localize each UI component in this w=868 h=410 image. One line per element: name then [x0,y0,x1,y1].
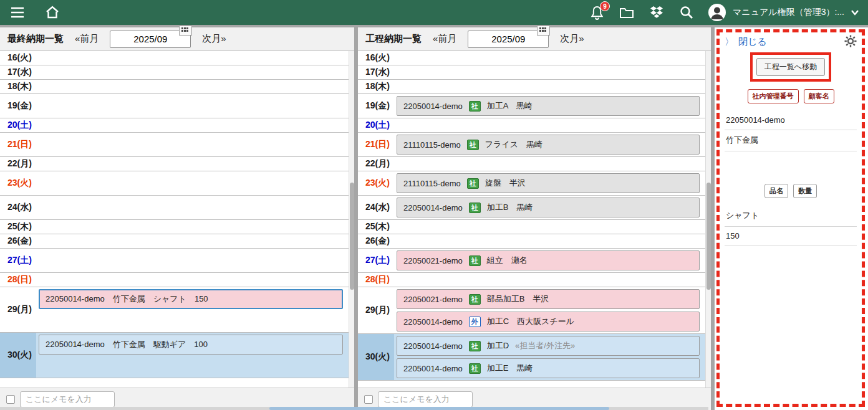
schedule-entry[interactable]: 22050021-demo社部品加工B 半沢 [397,289,700,309]
day-label: 23(火) [358,171,394,195]
notifications-bell-icon[interactable]: 9 [588,4,605,21]
day-label: 30(火) [0,333,36,378]
schedule-entry[interactable]: 22050014-demo 竹下金属 駆動ギア 100 [39,335,343,355]
account-label: マニュアル権限（管理3）:... [733,7,844,18]
entry-text: 加工D [487,340,509,351]
settings-gear-icon[interactable] [844,35,857,50]
hamburger-menu-icon[interactable] [9,4,26,21]
schedule-entry[interactable]: 22050014-demo社加工E 黒崎 [397,358,700,378]
memo-checkbox[interactable] [6,395,15,404]
calendar-row: 21(日)21110115-demo社フライス 黒崎 [358,133,711,157]
day-label: 20(土) [358,118,394,132]
vertical-scrollbar [705,51,711,388]
calendar-row: 29(月)22050021-demo社部品加工B 半沢22050014-demo… [358,287,711,334]
search-icon[interactable] [678,4,695,21]
item-name-value: シャフト [725,206,857,227]
day-label: 27(土) [0,249,36,272]
day-label: 21(日) [0,133,36,156]
panel-title: 最終納期一覧 [7,33,64,45]
customer-name-value: 竹下金属 [725,130,857,151]
entry-text: フライス 黒崎 [485,139,542,150]
day-label: 16(火) [0,51,36,65]
customer-name-badge: 顧客名 [804,89,834,103]
schedule-entry[interactable]: 22050014-demo社加工B 黒崎 [397,198,700,217]
calendar-row: 30(火)22050014-demo社加工D«担当者/外注先»22050014-… [358,334,711,381]
schedule-entry[interactable]: 21110115-demo社旋盤 半沢 [397,173,700,193]
item-name-badge: 品名 [764,184,788,198]
next-month-link[interactable]: 次月» [560,33,584,45]
order-number: 22050021-demo [403,295,463,304]
order-number: 21110115-demo [403,179,461,188]
process-due-calendar: 16(火)17(水)18(木)19(金)22050014-demo社加工A 黒崎… [358,51,711,388]
calendar-row: 25(木) [0,220,354,234]
calendar-row: 29(月)22050014-demo 竹下金属 シャフト 150 [0,287,354,333]
calendar-row: 25(木) [358,220,711,234]
calendar-picker-icon[interactable] [179,26,192,36]
order-number: 22050014-demo [403,102,463,111]
schedule-entry[interactable]: 22050014-demo社加工D«担当者/外注先» [397,336,700,356]
calendar-row: 17(水) [0,65,354,80]
entry-text: 部品加工B 半沢 [487,293,549,305]
chevron-right-icon: 〉 [725,36,734,48]
scrollbar-thumb[interactable] [350,183,354,290]
calendar-row: 18(木) [0,80,354,94]
dropbox-icon[interactable] [648,4,665,21]
calendar-row: 21(日) [0,133,354,157]
memo-checkbox[interactable] [364,395,373,404]
calendar-row: 18(木) [358,80,711,94]
control-number-badge: 社内管理番号 [748,89,799,103]
calendar-row: 19(金) [0,94,354,118]
account-menu[interactable]: マニュアル権限（管理3）:... [708,3,859,22]
home-icon[interactable] [44,4,61,21]
calendar-row: 22(月) [358,157,711,171]
entry-text: 22050014-demo 竹下金属 駆動ギア 100 [46,339,208,350]
schedule-entry[interactable]: 22050014-demo 竹下金属 シャフト 150 [39,289,343,309]
order-number: 22050014-demo [403,341,463,351]
scrollbar-thumb[interactable] [706,183,711,290]
schedule-entry[interactable]: 22050014-demo外加工C 西大阪スチール [397,312,700,331]
prev-month-link[interactable]: «前月 [75,33,99,45]
day-label: 22(月) [358,157,394,171]
folder-icon[interactable] [618,4,635,21]
avatar [708,3,726,22]
entry-note: «担当者/外注先» [515,340,575,351]
highlight-box: 工程一覧へ移動 [750,52,831,82]
calendar-picker-icon[interactable] [537,26,550,36]
entry-text: 加工C 西大阪スチール [487,316,574,327]
day-label: 20(土) [0,118,36,132]
memo-input[interactable] [378,391,473,408]
day-label: 26(金) [0,234,36,248]
day-label: 23(火) [0,171,36,195]
move-to-process-list-button[interactable]: 工程一覧へ移動 [756,58,825,76]
entry-text: 加工B 黒崎 [487,202,533,213]
close-panel-link[interactable]: 〉 閉じる [725,36,767,48]
calendar-row: 26(金) [358,234,711,249]
entry-text: 旋盤 半沢 [485,178,526,189]
schedule-entry[interactable]: 22050014-demo社加工A 黒崎 [397,96,700,116]
memo-input[interactable] [20,391,115,408]
day-label: 24(水) [0,196,36,219]
day-label: 30(火) [358,334,394,380]
scrollbar-thumb[interactable] [269,407,609,410]
day-label: 25(木) [358,220,394,234]
schedule-entry[interactable]: 22050021-demo社組立 瀬名 [397,250,700,270]
calendar-row: 16(火) [0,51,354,65]
order-number: 21110115-demo [403,140,461,150]
day-label: 29(月) [358,287,394,333]
schedule-entry[interactable]: 21110115-demo社フライス 黒崎 [397,135,700,155]
day-label: 28(日) [0,273,36,287]
day-label: 19(金) [0,94,36,118]
internal-tag: 社 [469,101,481,112]
day-label: 16(火) [358,51,394,65]
next-month-link[interactable]: 次月» [202,33,226,45]
order-number: 22050014-demo [403,317,463,327]
internal-tag: 社 [469,203,481,213]
calendar-row: 27(土)22050021-demo社組立 瀬名 [358,249,711,273]
internal-tag: 社 [469,294,481,305]
entry-text: 22050014-demo 竹下金属 シャフト 150 [46,293,208,305]
prev-month-link[interactable]: «前月 [433,33,456,45]
day-label: 22(月) [0,157,36,171]
control-number-value: 22050014-demo [725,111,857,130]
detail-side-panel: 〉 閉じる 工程一覧へ移動 [715,27,868,410]
calendar-row: 23(火) [0,171,354,196]
